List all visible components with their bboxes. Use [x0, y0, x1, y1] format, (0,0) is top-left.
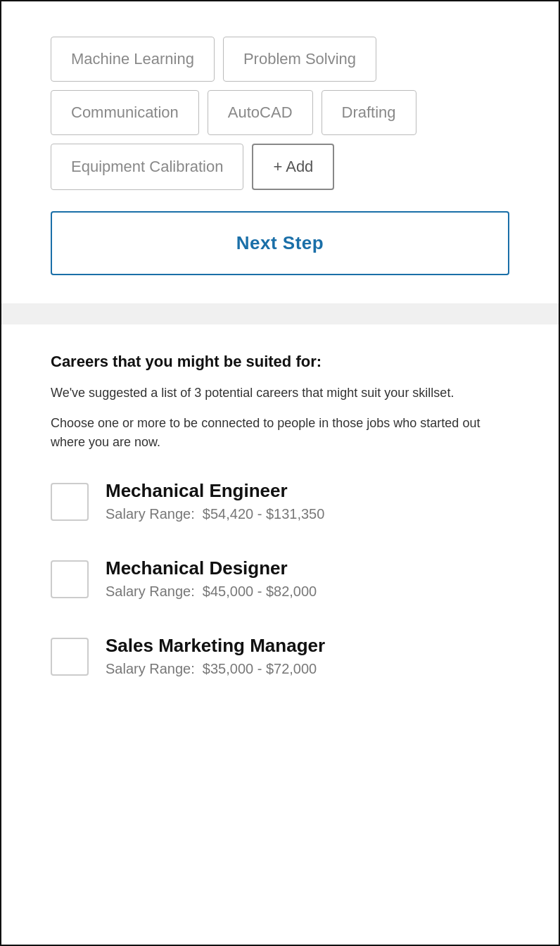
career-salary-mechanical-engineer: Salary Range: $54,420 - $131,350: [106, 506, 324, 522]
career-checkbox-mechanical-engineer[interactable]: [51, 483, 89, 521]
skill-tag-machine-learning[interactable]: Machine Learning: [51, 37, 215, 82]
career-title-mechanical-engineer: Mechanical Engineer: [106, 480, 324, 502]
skills-section: Machine LearningProblem SolvingCommunica…: [15, 23, 545, 303]
careers-section: Careers that you might be suited for: We…: [15, 324, 545, 740]
skill-tag-add[interactable]: + Add: [252, 144, 334, 190]
career-info-sales-marketing-manager: Sales Marketing ManagerSalary Range: $35…: [106, 635, 325, 677]
career-title-sales-marketing-manager: Sales Marketing Manager: [106, 635, 325, 657]
career-info-mechanical-engineer: Mechanical EngineerSalary Range: $54,420…: [106, 480, 324, 522]
skills-grid: Machine LearningProblem SolvingCommunica…: [51, 37, 509, 190]
section-divider: [1, 303, 559, 324]
next-step-button[interactable]: Next Step: [51, 211, 509, 275]
skill-tag-autocad[interactable]: AutoCAD: [208, 90, 313, 135]
career-title-mechanical-designer: Mechanical Designer: [106, 557, 317, 579]
careers-desc2: Choose one or more to be connected to pe…: [51, 414, 509, 452]
career-item-sales-marketing-manager: Sales Marketing ManagerSalary Range: $35…: [51, 635, 509, 677]
skill-tag-communication[interactable]: Communication: [51, 90, 199, 135]
skill-tag-equipment-calibration[interactable]: Equipment Calibration: [51, 144, 243, 190]
career-checkbox-sales-marketing-manager[interactable]: [51, 638, 89, 676]
career-info-mechanical-designer: Mechanical DesignerSalary Range: $45,000…: [106, 557, 317, 600]
career-item-mechanical-engineer: Mechanical EngineerSalary Range: $54,420…: [51, 480, 509, 522]
career-salary-sales-marketing-manager: Salary Range: $35,000 - $72,000: [106, 661, 325, 677]
skill-tag-problem-solving[interactable]: Problem Solving: [223, 37, 376, 82]
career-item-mechanical-designer: Mechanical DesignerSalary Range: $45,000…: [51, 557, 509, 600]
page-wrapper: Machine LearningProblem SolvingCommunica…: [0, 0, 560, 946]
careers-title: Careers that you might be suited for:: [51, 353, 509, 371]
careers-list: Mechanical EngineerSalary Range: $54,420…: [51, 480, 509, 677]
career-checkbox-mechanical-designer[interactable]: [51, 560, 89, 598]
skill-tag-drafting[interactable]: Drafting: [322, 90, 416, 135]
careers-desc1: We've suggested a list of 3 potential ca…: [51, 384, 509, 403]
career-salary-mechanical-designer: Salary Range: $45,000 - $82,000: [106, 584, 317, 600]
